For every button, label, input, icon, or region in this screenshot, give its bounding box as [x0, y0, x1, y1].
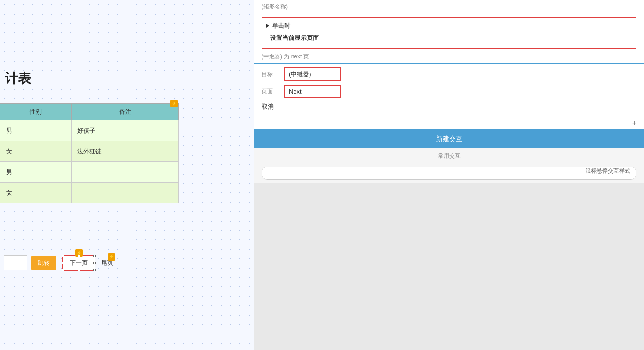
thunder-badge-table: ⚡: [170, 100, 178, 107]
hover-style-row: 鼠标悬停交互样式: [254, 164, 644, 183]
table-body: 男 好孩子 女 法外狂徒 男 女: [0, 120, 179, 203]
relay-hint: (中继器) 为 next 页: [254, 52, 644, 63]
table-row: 女: [0, 183, 179, 203]
page-label: 页面: [262, 88, 280, 95]
table-row: 女 法外狂徒: [0, 141, 179, 162]
click-event-section: 单击时 设置当前显示页面: [262, 17, 636, 49]
cell-note-3: [72, 183, 179, 203]
rect-name-row: (矩形名称): [254, 0, 644, 14]
target-label: 目标: [262, 71, 280, 79]
handle-tm[interactable]: [78, 255, 80, 257]
click-event-title: 单击时: [272, 22, 290, 30]
jump-button[interactable]: 跳转: [31, 256, 56, 270]
add-icon[interactable]: +: [254, 117, 644, 129]
handle-mr[interactable]: [93, 262, 96, 264]
interaction-config: (矩形名称) 单击时 设置当前显示页面 (中继器) 为 next 页 目标 (中…: [254, 0, 644, 130]
jump-input[interactable]: [4, 255, 27, 270]
table-row: 男 好孩子: [0, 120, 179, 141]
click-event-header: 单击时: [266, 20, 632, 32]
col-note: 备注: [72, 104, 179, 120]
blue-divider: [254, 63, 644, 64]
table-row: 男: [0, 162, 179, 183]
cell-note-0: 好孩子: [72, 120, 179, 141]
handle-br[interactable]: [93, 269, 96, 271]
col-gender: 性别: [0, 104, 72, 120]
right-bg-area: [254, 183, 644, 350]
target-input[interactable]: (中继器): [284, 67, 341, 81]
cell-gender-3: 女: [0, 183, 72, 203]
tail-container: ⚡ 尾页: [101, 259, 113, 267]
handle-tr[interactable]: [93, 255, 96, 257]
thunder-badge-tail: ⚡: [108, 253, 115, 261]
data-table: 性别 备注 男 好孩子 女 法外狂徒 男: [0, 103, 179, 203]
left-panel: 计表 ⚡ 性别 备注 男 好孩子 女: [0, 0, 254, 350]
next-page-label: 下一页: [70, 259, 88, 267]
design-title: 计表: [5, 70, 31, 88]
next-page-button[interactable]: ⚡ 下一页: [62, 255, 95, 271]
bottom-nav: 跳转 ⚡ 下一页 ⚡ 尾页: [0, 251, 117, 275]
new-interaction-button[interactable]: 新建交互: [254, 130, 644, 148]
handle-ml[interactable]: [62, 262, 64, 264]
set-page-label: 设置当前显示页面: [266, 32, 632, 46]
cell-gender-1: 女: [0, 141, 72, 162]
rect-name-label: (矩形名称): [262, 3, 288, 10]
handle-bm[interactable]: [78, 269, 80, 271]
hover-style-input[interactable]: 鼠标悬停交互样式: [262, 167, 636, 180]
page-field-row: 页面 Next: [254, 83, 644, 100]
cell-note-2: [72, 162, 179, 183]
page-input[interactable]: Next: [284, 85, 341, 98]
handle-tl[interactable]: [62, 255, 64, 257]
cancel-link[interactable]: 取消: [254, 100, 644, 117]
right-panel: (矩形名称) 单击时 设置当前显示页面 (中继器) 为 next 页 目标 (中…: [254, 0, 644, 350]
handle-bl[interactable]: [62, 269, 64, 271]
target-field-row: 目标 (中继器): [254, 65, 644, 83]
cell-gender-2: 男: [0, 162, 72, 183]
cell-gender-0: 男: [0, 120, 72, 141]
common-interaction-label: 常用交互: [254, 148, 644, 164]
bottom-section: 新建交互 常用交互 鼠标悬停交互样式: [254, 130, 644, 350]
triangle-icon: [266, 24, 269, 28]
cell-note-1: 法外狂徒: [72, 141, 179, 162]
table-area: ⚡ 性别 备注 男 好孩子 女 法外狂徒: [0, 103, 179, 203]
